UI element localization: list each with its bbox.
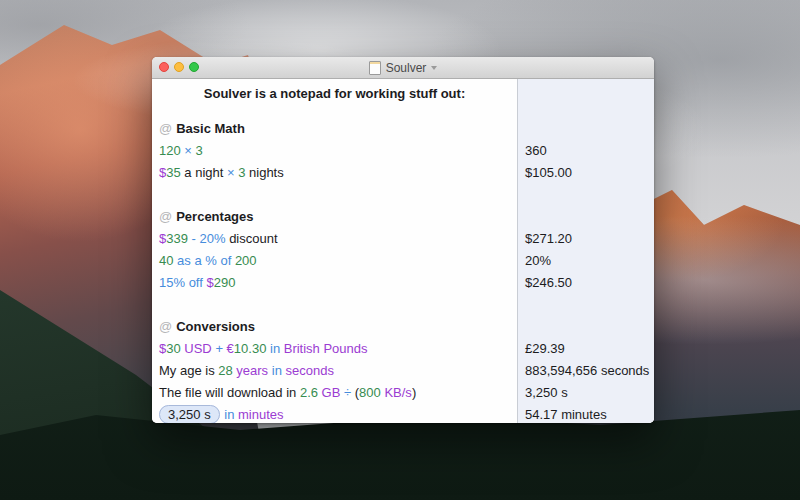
expression-token: a night xyxy=(181,165,227,180)
section-prefix: @ xyxy=(152,121,172,136)
section-prefix: @ xyxy=(152,209,172,224)
expression-token: My age is xyxy=(159,363,218,378)
expression-token: in xyxy=(221,407,238,422)
result-value: 54.17 minutes xyxy=(525,404,607,423)
chevron-down-icon[interactable] xyxy=(431,66,437,70)
expression-token: 28 xyxy=(218,363,232,378)
calc-row[interactable]: 120 × 3360 xyxy=(152,140,654,162)
expression-token: The file will download in xyxy=(159,385,300,400)
expression-token: GB xyxy=(318,385,340,400)
expression-text[interactable]: 15% off $290 xyxy=(152,275,235,290)
expression-text[interactable]: $30 USD + €10.30 in British Pounds xyxy=(152,341,368,356)
result-value: 3,250 s xyxy=(525,382,568,404)
expression-token: 15% off xyxy=(159,275,206,290)
note-lines: @Basic Math120 × 3360$35 a night × 3 nig… xyxy=(152,118,654,423)
expression-token: 2.6 xyxy=(300,385,318,400)
expression-token: - 20% xyxy=(188,231,229,246)
calc-row[interactable]: 15% off $290$246.50 xyxy=(152,272,654,294)
note-section: @Basic Math120 × 3360$35 a night × 3 nig… xyxy=(152,118,654,184)
expression-token: × xyxy=(181,143,196,158)
result-value: $246.50 xyxy=(525,272,572,294)
expression-token: 35 xyxy=(166,165,180,180)
expression-text[interactable]: 120 × 3 xyxy=(152,143,203,158)
expression-token: British Pounds xyxy=(284,341,368,356)
section-heading[interactable]: @Percentages xyxy=(152,206,654,228)
result-value: $271.20 xyxy=(525,228,572,250)
expression-token: ) xyxy=(412,385,416,400)
expression-token: minutes xyxy=(238,407,284,422)
expression-token: ÷ xyxy=(340,385,354,400)
calc-row[interactable]: 3,250 s in minutes54.17 minutes xyxy=(152,404,654,423)
section-label: Basic Math xyxy=(176,121,245,136)
title-bar[interactable]: Soulver xyxy=(152,57,654,79)
expression-token: 339 xyxy=(166,231,188,246)
expression-token: as a % of xyxy=(173,253,234,268)
result-value: 20% xyxy=(525,250,551,272)
result-value: 360 xyxy=(525,140,547,162)
expression-token: $ xyxy=(206,275,213,290)
expression-text[interactable]: My age is 28 years in seconds xyxy=(152,363,334,378)
result-value: 883,594,656 seconds xyxy=(525,360,649,382)
expression-token: years xyxy=(233,363,268,378)
expression-text[interactable]: 40 as a % of 200 xyxy=(152,253,257,268)
expression-text[interactable]: The file will download in 2.6 GB ÷ (800 … xyxy=(152,385,416,400)
expression-token: 200 xyxy=(235,253,257,268)
expression-token: 10.30 xyxy=(234,341,267,356)
section-prefix: @ xyxy=(152,319,172,334)
expression-token: 800 xyxy=(359,385,381,400)
expression-token: 30 xyxy=(166,341,180,356)
note-section: @Percentages$339 - 20% discount$271.2040… xyxy=(152,206,654,294)
calc-row[interactable]: 40 as a % of 20020% xyxy=(152,250,654,272)
expression-token: × xyxy=(227,165,238,180)
expression-text[interactable]: $339 - 20% discount xyxy=(152,231,278,246)
expression-token: + xyxy=(212,341,227,356)
section-heading[interactable]: @Basic Math xyxy=(152,118,654,140)
result-value: £29.39 xyxy=(525,338,565,360)
title-group: Soulver xyxy=(152,57,654,78)
app-window[interactable]: Soulver Soulver is a notepad for working… xyxy=(152,57,654,423)
expression-token: nights xyxy=(245,165,283,180)
calc-row[interactable]: $339 - 20% discount$271.20 xyxy=(152,228,654,250)
expression-token: in xyxy=(268,363,285,378)
expression-token: seconds xyxy=(285,363,333,378)
expression-token: in xyxy=(266,341,283,356)
expression-token: 120 xyxy=(159,143,181,158)
calc-row[interactable]: $30 USD + €10.30 in British Pounds£29.39 xyxy=(152,338,654,360)
expression-token: 40 xyxy=(159,253,173,268)
expression-text[interactable]: $35 a night × 3 nights xyxy=(152,165,284,180)
note-section: @Conversions$30 USD + €10.30 in British … xyxy=(152,316,654,423)
notepad-content: Soulver is a notepad for working stuff o… xyxy=(152,79,654,423)
expression-token: € xyxy=(227,341,234,356)
calc-row[interactable]: The file will download in 2.6 GB ÷ (800 … xyxy=(152,382,654,404)
expression-token: discount xyxy=(229,231,277,246)
document-icon xyxy=(369,61,381,75)
section-label: Conversions xyxy=(176,319,255,334)
expression-token: 290 xyxy=(214,275,236,290)
result-value: $105.00 xyxy=(525,162,572,184)
note-header-line[interactable]: Soulver is a notepad for working stuff o… xyxy=(152,84,517,104)
expression-token: 3 xyxy=(196,143,203,158)
calc-row[interactable]: My age is 28 years in seconds883,594,656… xyxy=(152,360,654,382)
value-token-pill: 3,250 s xyxy=(159,405,220,423)
expression-token: KB/s xyxy=(381,385,412,400)
section-heading[interactable]: @Conversions xyxy=(152,316,654,338)
section-label: Percentages xyxy=(176,209,253,224)
expression-text[interactable]: 3,250 s in minutes xyxy=(152,407,284,422)
calc-row[interactable]: $35 a night × 3 nights$105.00 xyxy=(152,162,654,184)
window-title: Soulver xyxy=(386,61,427,75)
expression-token: USD xyxy=(181,341,212,356)
